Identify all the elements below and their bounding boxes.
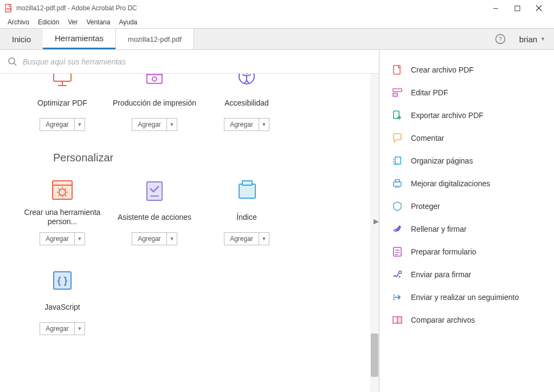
tab-inicio[interactable]: Inicio (0, 29, 43, 49)
search-input[interactable] (23, 57, 371, 66)
sidebar-label: Rellenar y firmar (411, 225, 467, 233)
add-button[interactable]: Agregar▼ (40, 118, 85, 131)
close-button[interactable] (528, 0, 550, 16)
user-name: brian (519, 35, 537, 44)
menu-ver[interactable]: Ver (63, 17, 82, 27)
sidebar-label: Proteger (411, 202, 440, 211)
add-button[interactable]: Agregar▼ (132, 118, 177, 131)
sidebar-item-editar-pdf[interactable]: Editar PDF (385, 81, 549, 104)
svg-rect-46 (397, 317, 402, 323)
organize-icon (391, 155, 403, 167)
svg-point-41 (399, 276, 401, 278)
sidebar-item-enviar-firmar[interactable]: Enviar para firmar (385, 263, 549, 286)
sidebar-item-comparar[interactable]: Comparar archivos (385, 309, 549, 331)
sidebar-label: Organizar páginas (411, 156, 473, 165)
collapse-sidebar-handle[interactable]: ▶ (373, 210, 379, 232)
index-icon (204, 177, 289, 204)
sidebar-item-organizar[interactable]: Organizar páginas (385, 149, 549, 172)
add-button[interactable]: Agregar▼ (224, 118, 269, 131)
titlebar: PDF mozilla12-pdf.pdf - Adobe Acrobat Pr… (0, 0, 554, 16)
sidebar-label: Comparar archivos (411, 316, 475, 324)
scroll-thumb[interactable] (371, 334, 378, 377)
tab-document[interactable]: mozilla12-pdf.pdf (115, 29, 194, 49)
tab-herramientas[interactable]: Herramientas (43, 29, 115, 49)
chevron-down-icon: ▼ (75, 323, 85, 335)
svg-line-9 (14, 63, 16, 66)
svg-text:{ }: { } (57, 275, 67, 286)
add-button[interactable]: Agregar▼ (40, 232, 85, 245)
sidebar-item-rellenar-firmar[interactable]: Rellenar y firmar (385, 218, 549, 240)
tabbar: Inicio Herramientas mozilla12-pdf.pdf ? … (0, 28, 554, 50)
sidebar-label: Enviar y realizar un seguimiento (411, 293, 519, 302)
sidebar-label: Enviar para firmar (411, 270, 471, 279)
menu-archivo[interactable]: Archivo (3, 17, 34, 27)
tool-indice[interactable]: Índice Agregar▼ (201, 172, 293, 251)
send-track-icon (391, 291, 403, 303)
section-personalizar: Personalizar (0, 136, 379, 172)
custom-tool-icon (20, 177, 105, 204)
chevron-down-icon: ▼ (167, 119, 177, 130)
tool-label: Producción de impresión (112, 93, 197, 113)
search-icon (8, 57, 17, 67)
tool-crear-herramienta-personalizada[interactable]: Crear una herramienta person... Agregar▼ (16, 172, 108, 251)
chevron-down-icon: ▼ (259, 119, 269, 130)
tool-label: Optimizar PDF (20, 93, 105, 113)
sidebar: Crear archivo PDF Editar PDF Exportar ar… (379, 50, 554, 392)
tool-asistente-acciones[interactable]: Asistente de acciones Agregar▼ (108, 172, 201, 251)
sidebar-item-proteger[interactable]: Proteger (385, 195, 549, 218)
tool-label: Crear una herramienta person... (20, 207, 105, 227)
add-button[interactable]: Agregar▼ (40, 322, 85, 335)
search-bar (0, 50, 379, 74)
comment-icon (391, 132, 403, 144)
svg-point-16 (152, 77, 157, 81)
chevron-down-icon: ▼ (167, 233, 177, 245)
sidebar-item-mejorar-digitalizaciones[interactable]: Mejorar digitalizaciones (385, 172, 549, 195)
svg-rect-24 (239, 184, 255, 198)
sidebar-item-enviar-seguimiento[interactable]: Enviar y realizar un seguimiento (385, 286, 549, 309)
menu-ventana[interactable]: Ventana (82, 17, 114, 27)
chevron-down-icon: ▼ (540, 36, 545, 42)
user-menu[interactable]: brian ▼ (511, 29, 554, 49)
edit-pdf-icon (391, 87, 403, 99)
add-button[interactable]: Agregar▼ (224, 232, 269, 245)
enhance-scan-icon (391, 178, 403, 190)
sidebar-item-preparar-formulario[interactable]: Preparar formulario (385, 240, 549, 263)
svg-point-8 (9, 58, 15, 64)
tool-label: Asistente de acciones (112, 207, 197, 227)
sidebar-item-comentar[interactable]: Comentar (385, 127, 549, 149)
svg-rect-19 (53, 181, 72, 199)
sidebar-item-crear-pdf[interactable]: Crear archivo PDF (385, 58, 549, 81)
chevron-down-icon: ▼ (75, 233, 85, 245)
add-button[interactable]: Agregar▼ (132, 232, 177, 245)
main-panel: Optimizar PDF Agregar▼ Producción de imp… (0, 50, 379, 392)
tool-accesibilidad[interactable]: Accesibilidad Agregar▼ (201, 74, 293, 136)
sidebar-item-exportar-pdf[interactable]: Exportar archivo PDF (385, 104, 549, 127)
svg-text:?: ? (499, 36, 502, 42)
fill-sign-icon (391, 223, 403, 235)
sidebar-label: Preparar formulario (411, 247, 476, 256)
svg-rect-25 (242, 181, 252, 185)
svg-rect-3 (515, 6, 520, 11)
app-icon: PDF (4, 4, 13, 12)
export-pdf-icon (391, 109, 403, 121)
minimize-button[interactable] (485, 0, 506, 16)
svg-rect-29 (393, 89, 402, 92)
tool-produccion-impresion[interactable]: Producción de impresión Agregar▼ (108, 74, 201, 136)
tools-area: Optimizar PDF Agregar▼ Producción de imp… (0, 74, 379, 392)
menu-ayuda[interactable]: Ayuda (114, 17, 141, 27)
maximize-button[interactable] (506, 0, 528, 16)
tool-javascript[interactable]: { } JavaScript Agregar▼ (16, 262, 108, 341)
protect-icon (391, 200, 403, 212)
help-icon[interactable]: ? (490, 29, 511, 49)
svg-text:PDF: PDF (7, 8, 12, 11)
tool-label: Índice (204, 207, 289, 227)
svg-rect-28 (394, 66, 400, 74)
menu-edicion[interactable]: Edición (34, 17, 63, 27)
tool-optimizar-pdf[interactable]: Optimizar PDF Agregar▼ (16, 74, 108, 136)
svg-rect-32 (395, 157, 401, 164)
tool-label: Accesibilidad (204, 93, 289, 113)
scrollbar[interactable] (370, 74, 379, 392)
sidebar-label: Mejorar digitalizaciones (411, 179, 490, 188)
send-sign-icon (391, 269, 403, 280)
svg-point-40 (399, 271, 402, 274)
